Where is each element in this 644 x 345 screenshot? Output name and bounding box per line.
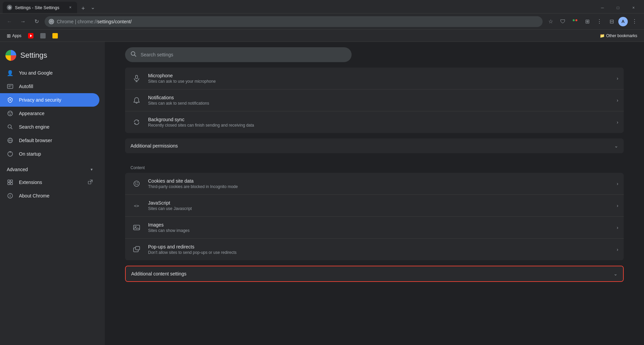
sidebar-item-on-startup[interactable]: On startup [0, 147, 99, 161]
microphone-arrow-icon: › [617, 76, 618, 81]
sidebar-item-privacy-security[interactable]: Privacy and security [0, 93, 99, 107]
svg-rect-10 [7, 84, 13, 88]
images-item[interactable]: Images Sites can show images › [125, 217, 624, 239]
settings-list: Microphone Sites can ask to use your mic… [105, 68, 644, 301]
permissions-block: Microphone Sites can ask to use your mic… [125, 68, 624, 133]
sidebar-item-autofill[interactable]: Autofill [0, 80, 99, 93]
svg-line-34 [135, 55, 136, 56]
profile-avatar[interactable]: A [618, 17, 628, 26]
content-block: Cookies and site data Third-party cookie… [125, 173, 624, 260]
folder-icon: 📁 [600, 33, 605, 38]
cookies-item[interactable]: Cookies and site data Third-party cookie… [125, 173, 624, 195]
popups-item[interactable]: Pop-ups and redirects Don't allow sites … [125, 239, 624, 260]
popups-subtitle: Don't allow sites to send pop-ups or use… [148, 250, 611, 255]
sidebar-item-extensions[interactable]: Extensions [0, 176, 99, 189]
extensions-label: Extensions [19, 180, 42, 185]
browser-frame: ⚙ Settings - Site Settings × + ⌄ ─ □ × ←… [0, 0, 644, 345]
search-bar[interactable] [125, 47, 352, 62]
close-button[interactable]: × [626, 2, 641, 13]
bookmark-button[interactable]: ☆ [545, 16, 556, 27]
microphone-text: Microphone Sites can ask to use your mic… [148, 73, 611, 84]
popups-title: Pop-ups and redirects [148, 244, 611, 249]
sidebar-item-appearance[interactable]: Appearance [0, 107, 99, 120]
youtube-icon [28, 33, 33, 38]
additional-content-settings-item[interactable]: Additional content settings ⌄ [126, 266, 623, 281]
you-and-google-label: You and Google [19, 70, 53, 76]
security-icon: i [49, 19, 54, 24]
search-input[interactable] [141, 52, 346, 57]
notifications-title: Notifications [148, 95, 611, 100]
address-bar[interactable]: i Chrome | chrome://settings/content/ [45, 16, 543, 27]
notifications-arrow-icon: › [617, 98, 618, 103]
sidebar-item-you-and-google[interactable]: 👤 You and Google [0, 66, 99, 80]
tab-list-button[interactable]: ⌄ [88, 2, 97, 12]
refresh-button[interactable]: ↻ [31, 16, 42, 27]
forward-button[interactable]: → [18, 16, 28, 27]
autofill-icon [7, 83, 14, 90]
cookies-subtitle: Third-party cookies are blocked in Incog… [148, 184, 611, 189]
maximize-button[interactable]: □ [610, 2, 626, 13]
sidebar-item-search-engine[interactable]: Search engine [0, 120, 99, 134]
notifications-item[interactable]: Notifications Sites can ask to send noti… [125, 89, 624, 111]
microphone-icon [130, 72, 143, 84]
other-bookmarks[interactable]: 📁 Other bookmarks [597, 32, 640, 39]
bookmark-item-3[interactable] [50, 32, 61, 40]
bookmarks-bar: ⊞ Apps 📁 Other bookmarks [0, 30, 644, 42]
address-path-text: settings/content/ [97, 19, 132, 24]
popups-text: Pop-ups and redirects Don't allow sites … [148, 244, 611, 255]
notifications-subtitle: Sites can ask to send notifications [148, 101, 611, 106]
svg-point-42 [137, 184, 138, 185]
split-screen-button[interactable]: ⊟ [606, 16, 617, 27]
sidebar-item-about-chrome[interactable]: i About Chrome [0, 189, 99, 203]
bookmark-favicon-2 [40, 33, 46, 38]
background-sync-arrow-icon: › [617, 120, 618, 125]
svg-text:i: i [51, 20, 52, 23]
new-tab-button[interactable]: + [78, 4, 88, 13]
shield-icon[interactable]: 🛡 [557, 16, 568, 27]
more-tools-button[interactable]: ⋮ [594, 16, 605, 27]
autofill-label: Autofill [19, 84, 33, 89]
javascript-text: JavaScript Sites can use Javascript [148, 200, 611, 211]
about-chrome-icon: i [7, 192, 14, 199]
shield-lock-icon [7, 97, 14, 103]
background-sync-item[interactable]: Background sync Recently closed sites ca… [125, 111, 624, 133]
back-button[interactable]: ← [4, 16, 15, 27]
nav-right-buttons: ☆ 🛡 ⊞ ⋮ ⊟ A ⋮ [545, 16, 640, 27]
tab-close-button[interactable]: × [68, 5, 73, 10]
extensions-button[interactable]: ⊞ [582, 16, 593, 27]
microphone-subtitle: Sites can ask to use your microphone [148, 79, 611, 84]
svg-rect-9 [52, 33, 58, 38]
svg-point-13 [9, 99, 11, 101]
bookmark-item-2[interactable] [38, 32, 48, 40]
svg-point-16 [11, 112, 12, 113]
svg-text:i: i [10, 194, 11, 198]
person-icon: 👤 [7, 70, 14, 76]
additional-permissions-title: Additional permissions [130, 143, 609, 149]
svg-point-40 [137, 182, 138, 183]
bookmark-youtube[interactable] [25, 32, 36, 40]
additional-permissions-block: Additional permissions ⌄ [125, 138, 624, 153]
svg-text:<>: <> [134, 203, 139, 208]
additional-content-settings-section: Additional content settings ⌄ [125, 266, 624, 282]
additional-permissions-item[interactable]: Additional permissions ⌄ [125, 138, 624, 153]
images-title: Images [148, 222, 611, 228]
javascript-icon: <> [130, 200, 143, 212]
javascript-item[interactable]: <> JavaScript Sites can use Javascript › [125, 195, 624, 217]
right-panel: Microphone Sites can ask to use your mic… [105, 42, 644, 345]
google-apps-icon[interactable] [570, 16, 580, 27]
svg-text:⚙: ⚙ [8, 6, 11, 9]
apps-bookmark[interactable]: ⊞ Apps [4, 32, 24, 40]
active-tab[interactable]: ⚙ Settings - Site Settings × [3, 2, 77, 13]
sidebar-item-advanced[interactable]: Advanced ▾ [0, 163, 99, 176]
tab-bar: ⚙ Settings - Site Settings × + ⌄ ─ □ × [0, 0, 644, 14]
svg-rect-25 [8, 180, 10, 182]
microphone-item[interactable]: Microphone Sites can ask to use your mic… [125, 68, 624, 89]
search-engine-label: Search engine [19, 124, 49, 130]
appearance-label: Appearance [19, 111, 45, 116]
tab-title: Settings - Site Settings [15, 5, 65, 10]
images-text: Images Sites can show images [148, 222, 611, 233]
background-sync-title: Background sync [148, 117, 611, 122]
sidebar-item-default-browser[interactable]: Default browser [0, 134, 99, 147]
chrome-menu-button[interactable]: ⋮ [629, 16, 640, 27]
minimize-button[interactable]: ─ [595, 2, 610, 13]
